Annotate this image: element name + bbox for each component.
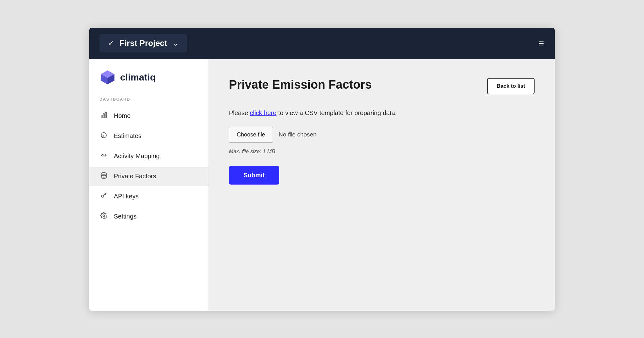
home-icon <box>99 112 108 120</box>
svg-point-11 <box>103 215 105 217</box>
sidebar-item-estimates[interactable]: x Estimates <box>89 127 208 146</box>
back-to-list-button[interactable]: Back to list <box>487 78 535 94</box>
sidebar-item-api-keys[interactable]: API keys <box>89 187 208 206</box>
choose-file-button[interactable]: Choose file <box>229 127 273 143</box>
top-bar: ✓ First Project ⌄ ≡ <box>89 28 555 59</box>
instruction-text: Please click here to view a CSV template… <box>229 109 535 117</box>
logo-text: climatiq <box>120 72 156 83</box>
settings-icon <box>99 212 108 221</box>
sidebar-item-activity-mapping-label: Activity Mapping <box>114 152 160 160</box>
file-size-note: Max. file size: 1 MB <box>229 148 535 155</box>
file-upload-row: Choose file No file chosen <box>229 127 535 143</box>
sidebar-item-settings-label: Settings <box>114 213 136 220</box>
main-area: climatiq DASHBOARD Home <box>89 59 555 311</box>
sidebar-nav: Home x Estimates <box>89 107 208 226</box>
logo: climatiq <box>89 69 208 97</box>
svg-rect-4 <box>101 115 103 118</box>
sidebar: climatiq DASHBOARD Home <box>89 59 209 311</box>
content-area: Private Emission Factors Back to list Pl… <box>209 59 555 311</box>
sidebar-item-private-factors[interactable]: Private Factors <box>89 167 208 186</box>
svg-point-9 <box>101 172 107 174</box>
csv-template-link[interactable]: click here <box>250 109 276 116</box>
svg-point-10 <box>102 195 104 197</box>
chevron-down-icon: ⌄ <box>173 40 178 47</box>
page-title: Private Emission Factors <box>229 78 372 91</box>
sidebar-item-api-keys-label: API keys <box>114 193 139 200</box>
submit-button[interactable]: Submit <box>229 166 279 185</box>
activity-mapping-icon <box>99 152 108 161</box>
project-checkmark-icon: ✓ <box>108 39 114 47</box>
sidebar-section-label: DASHBOARD <box>89 97 208 107</box>
svg-text:x: x <box>102 134 104 137</box>
api-keys-icon <box>99 192 108 201</box>
app-window: ✓ First Project ⌄ ≡ <box>89 28 555 311</box>
content-body: Please click here to view a CSV template… <box>229 109 535 185</box>
svg-rect-5 <box>103 114 104 118</box>
instruction-prefix: Please <box>229 109 250 116</box>
private-factors-icon <box>99 172 108 181</box>
project-selector[interactable]: ✓ First Project ⌄ <box>99 34 187 53</box>
sidebar-item-private-factors-label: Private Factors <box>114 173 156 180</box>
hamburger-menu-icon[interactable]: ≡ <box>538 39 545 48</box>
estimates-icon: x <box>99 132 108 141</box>
sidebar-item-activity-mapping[interactable]: Activity Mapping <box>89 147 208 166</box>
sidebar-item-home[interactable]: Home <box>89 107 208 125</box>
sidebar-item-estimates-label: Estimates <box>114 132 142 140</box>
content-header: Private Emission Factors Back to list <box>229 78 535 94</box>
project-name: First Project <box>119 38 167 48</box>
svg-rect-6 <box>105 112 107 118</box>
instruction-suffix: to view a CSV template for preparing dat… <box>276 109 397 116</box>
no-file-chosen-label: No file chosen <box>279 131 316 138</box>
logo-icon <box>99 69 116 86</box>
sidebar-item-home-label: Home <box>114 112 130 119</box>
sidebar-item-settings[interactable]: Settings <box>89 207 208 226</box>
